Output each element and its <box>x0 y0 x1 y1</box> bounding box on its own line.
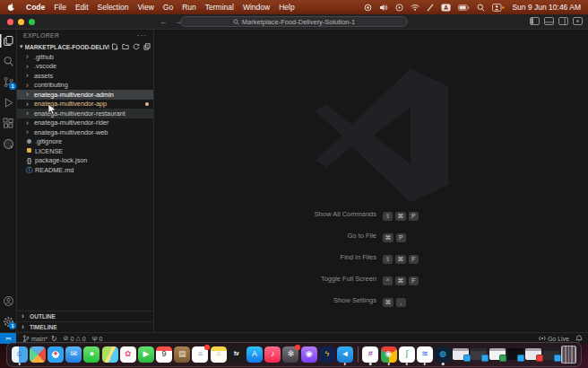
tree-item-contributing[interactable]: ›contributing <box>17 81 153 91</box>
dock-separator <box>358 346 359 362</box>
dock-slack[interactable]: # <box>362 346 378 363</box>
podcasts-icon: ◉ <box>306 350 313 358</box>
apple-menu[interactable] <box>7 3 15 12</box>
new-folder-button[interactable] <box>122 43 129 50</box>
menu-go[interactable]: Go <box>159 3 177 12</box>
activity-account[interactable] <box>0 294 16 308</box>
dock-finder[interactable]: ☺ <box>12 346 28 363</box>
activity-source-control[interactable]: 1 <box>0 75 16 89</box>
dock-messages[interactable]: ● <box>83 346 99 363</box>
customize-layout-button[interactable] <box>573 17 583 25</box>
dock-reminders[interactable]: ≡ <box>192 346 208 363</box>
dock-minimized-window[interactable] <box>489 348 506 361</box>
wifi-icon[interactable] <box>411 4 419 11</box>
toggle-secondary-sidebar-button[interactable] <box>558 17 568 25</box>
dock-minimized-window[interactable] <box>507 348 523 361</box>
orb-app-icon: ◍ <box>439 350 446 358</box>
dock-system-settings[interactable]: ✻ <box>282 346 298 363</box>
toggle-sidebar-button[interactable] <box>530 17 540 25</box>
spotlight-icon[interactable] <box>477 4 485 12</box>
collapse-all-button[interactable] <box>143 43 151 50</box>
dock-facetime[interactable]: ▶ <box>138 346 154 363</box>
volume-icon[interactable] <box>379 4 388 12</box>
dock-notes[interactable]: ≡ <box>211 346 227 363</box>
tree-item-github[interactable]: ›.github <box>17 52 153 62</box>
dock-docker[interactable]: ≋ <box>417 346 433 363</box>
play-circle-icon[interactable] <box>395 4 403 12</box>
dock-trash[interactable] <box>561 346 576 364</box>
activity-extensions[interactable] <box>0 117 16 130</box>
activity-extension-custom[interactable] <box>0 137 16 151</box>
dock-orb-app[interactable]: ◍ <box>435 346 451 363</box>
scm-badge: 1 <box>9 83 16 90</box>
workspace-section-header[interactable]: ▾ MARKETPLACE-FOOD-DELIVE... <box>17 41 153 52</box>
battery-icon[interactable] <box>458 4 470 11</box>
menu-selection[interactable]: Selection <box>93 3 134 12</box>
problems-status[interactable]: ⊘0 △0 <box>64 335 86 342</box>
sidebar-panels: ›OUTLINE›TIMELINE <box>17 311 153 332</box>
notifications-bell[interactable] <box>575 335 583 342</box>
dock-mail[interactable]: ✉ <box>65 346 82 363</box>
menu-bar-clock[interactable]: Sun 9 Jun 10:46 AM <box>512 3 581 12</box>
dock-mongodb[interactable]: ʃ <box>399 346 415 363</box>
dock-warp-terminal[interactable]: ϟ <box>319 346 335 363</box>
panel-outline[interactable]: ›OUTLINE <box>17 311 153 321</box>
tree-item-readme-md[interactable]: ⓘREADME.md <box>17 165 153 175</box>
dock-calendar[interactable]: 9 <box>156 346 172 363</box>
close-button[interactable] <box>7 19 13 25</box>
menu-edit[interactable]: Edit <box>71 3 93 12</box>
command-center-search[interactable]: Marketplace-Food-Delivery-Solution-1 <box>180 16 408 27</box>
tree-item-enatega-multivendor-web[interactable]: ›enatega-multivendor-web <box>17 127 153 137</box>
panel-timeline[interactable]: ›TIMELINE <box>17 321 153 332</box>
tree-item-vscode[interactable]: ›.vscode <box>17 62 153 72</box>
record-icon[interactable] <box>364 4 372 12</box>
dock-photos[interactable]: ✿ <box>120 346 136 363</box>
dock-tv[interactable]: tv <box>229 346 245 363</box>
menu-view[interactable]: View <box>134 3 159 12</box>
menu-window[interactable]: Window <box>238 3 274 12</box>
views-more-actions-button[interactable]: ··· <box>137 31 147 39</box>
ports-status[interactable]: Ψ0 <box>92 336 103 342</box>
back-button[interactable]: ← <box>160 17 168 26</box>
dock-minimized-window[interactable] <box>471 348 487 361</box>
dock-safari[interactable]: ✦ <box>48 346 64 363</box>
activity-search[interactable] <box>0 55 16 68</box>
dock-minimized-window[interactable] <box>453 348 469 361</box>
dock-minimized-window[interactable] <box>543 348 559 361</box>
refresh-button[interactable] <box>133 43 140 50</box>
tree-item-gitignore[interactable]: .gitignore <box>17 137 153 147</box>
menu-code[interactable]: Code <box>22 3 49 12</box>
menu-run[interactable]: Run <box>177 3 201 12</box>
input-source-icon[interactable]: A <box>441 4 451 12</box>
tree-item-label: LICENSE <box>35 147 63 155</box>
control-center-icon[interactable] <box>492 4 505 12</box>
activity-explorer[interactable] <box>0 34 16 48</box>
tree-item-enatega-multivendor-app[interactable]: ›enatega-multivendor-app <box>17 100 153 110</box>
toggle-panel-button[interactable] <box>544 17 554 25</box>
tree-item-assets[interactable]: ›assets <box>17 71 153 81</box>
dock-app-store[interactable]: A <box>246 346 263 363</box>
dock-chrome[interactable]: ◉ <box>381 346 397 363</box>
dock-launchpad[interactable] <box>30 346 46 363</box>
minimize-button[interactable] <box>18 19 24 25</box>
tree-item-enatega-multivendor-rider[interactable]: ›enatega-multivendor-rider <box>17 118 153 128</box>
dock-podcasts[interactable]: ◉ <box>301 346 317 363</box>
dock-minimized-window[interactable] <box>525 348 541 361</box>
dock-music[interactable]: ♪ <box>264 346 281 363</box>
activity-settings[interactable]: 1 <box>0 315 16 329</box>
menu-help[interactable]: Help <box>274 3 298 12</box>
menu-terminal[interactable]: Terminal <box>201 3 238 12</box>
tree-item-package-lock-json[interactable]: {}package-lock.json <box>17 156 153 166</box>
go-live-button[interactable]: Go Live <box>539 335 569 342</box>
zoom-button[interactable] <box>29 19 35 25</box>
tree-item-enatega-multivendor-restaurant[interactable]: ›enatega-multivendor-restaurant <box>17 109 153 118</box>
menu-file[interactable]: File <box>49 3 71 12</box>
new-file-button[interactable] <box>111 43 118 50</box>
dock-vscode[interactable]: ◄ <box>337 346 353 363</box>
dock-maps[interactable] <box>102 346 118 363</box>
tree-item-enatega-multivendor-admin[interactable]: ›enatega-multivendor-admin <box>17 90 153 100</box>
dock-contacts[interactable]: ▤ <box>174 346 190 363</box>
activity-run-debug[interactable] <box>0 96 16 110</box>
pen-icon[interactable] <box>427 4 434 12</box>
tree-item-license[interactable]: LICENSE <box>17 146 153 156</box>
